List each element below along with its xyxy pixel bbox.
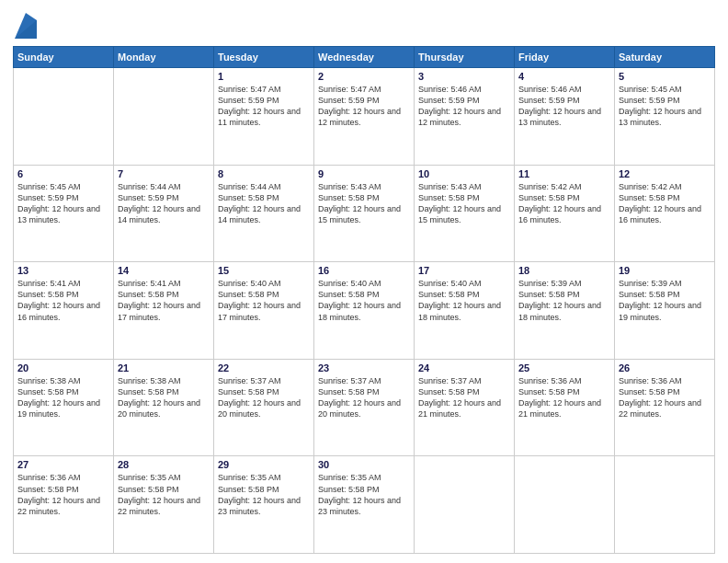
day-cell: 20Sunrise: 5:38 AM Sunset: 5:58 PM Dayli… xyxy=(14,359,114,456)
day-info: Sunrise: 5:35 AM Sunset: 5:58 PM Dayligh… xyxy=(218,472,310,517)
day-cell: 1Sunrise: 5:47 AM Sunset: 5:59 PM Daylig… xyxy=(214,68,314,166)
day-number: 14 xyxy=(118,265,210,276)
header-cell-saturday: Saturday xyxy=(615,47,715,68)
calendar-header: SundayMondayTuesdayWednesdayThursdayFrid… xyxy=(14,47,715,68)
calendar-table: SundayMondayTuesdayWednesdayThursdayFrid… xyxy=(13,46,715,554)
day-number: 10 xyxy=(418,168,510,179)
day-number: 2 xyxy=(318,71,410,82)
day-info: Sunrise: 5:46 AM Sunset: 5:59 PM Dayligh… xyxy=(518,84,610,129)
day-cell xyxy=(14,68,114,166)
header xyxy=(13,9,715,39)
week-row-5: 27Sunrise: 5:36 AM Sunset: 5:58 PM Dayli… xyxy=(14,456,715,554)
logo-icon xyxy=(15,13,37,39)
day-cell: 26Sunrise: 5:36 AM Sunset: 5:58 PM Dayli… xyxy=(615,359,715,456)
day-cell xyxy=(415,456,515,554)
day-number: 12 xyxy=(619,168,711,179)
day-info: Sunrise: 5:45 AM Sunset: 5:59 PM Dayligh… xyxy=(17,181,109,226)
day-cell: 14Sunrise: 5:41 AM Sunset: 5:58 PM Dayli… xyxy=(114,262,214,360)
week-row-2: 6Sunrise: 5:45 AM Sunset: 5:59 PM Daylig… xyxy=(14,165,715,262)
day-number: 17 xyxy=(418,265,510,276)
week-row-1: 1Sunrise: 5:47 AM Sunset: 5:59 PM Daylig… xyxy=(14,68,715,166)
day-cell xyxy=(615,456,715,554)
day-info: Sunrise: 5:38 AM Sunset: 5:58 PM Dayligh… xyxy=(17,375,109,420)
day-cell: 25Sunrise: 5:36 AM Sunset: 5:58 PM Dayli… xyxy=(515,359,615,456)
day-cell: 3Sunrise: 5:46 AM Sunset: 5:59 PM Daylig… xyxy=(415,68,515,166)
day-info: Sunrise: 5:37 AM Sunset: 5:58 PM Dayligh… xyxy=(318,375,410,420)
day-cell: 22Sunrise: 5:37 AM Sunset: 5:58 PM Dayli… xyxy=(214,359,314,456)
day-number: 30 xyxy=(318,459,410,470)
day-number: 7 xyxy=(118,168,210,179)
day-info: Sunrise: 5:38 AM Sunset: 5:58 PM Dayligh… xyxy=(118,375,210,420)
header-cell-thursday: Thursday xyxy=(415,47,515,68)
day-info: Sunrise: 5:39 AM Sunset: 5:58 PM Dayligh… xyxy=(619,278,711,323)
calendar-body: 1Sunrise: 5:47 AM Sunset: 5:59 PM Daylig… xyxy=(14,68,715,554)
header-cell-wednesday: Wednesday xyxy=(314,47,415,68)
day-info: Sunrise: 5:42 AM Sunset: 5:58 PM Dayligh… xyxy=(518,181,610,226)
day-info: Sunrise: 5:36 AM Sunset: 5:58 PM Dayligh… xyxy=(518,375,610,420)
day-number: 3 xyxy=(418,71,510,82)
day-info: Sunrise: 5:44 AM Sunset: 5:58 PM Dayligh… xyxy=(218,181,310,226)
week-row-4: 20Sunrise: 5:38 AM Sunset: 5:58 PM Dayli… xyxy=(14,359,715,456)
day-number: 26 xyxy=(619,362,711,373)
day-cell: 6Sunrise: 5:45 AM Sunset: 5:59 PM Daylig… xyxy=(14,165,114,262)
logo xyxy=(13,13,37,39)
day-info: Sunrise: 5:40 AM Sunset: 5:58 PM Dayligh… xyxy=(418,278,510,323)
day-cell: 11Sunrise: 5:42 AM Sunset: 5:58 PM Dayli… xyxy=(515,165,615,262)
day-info: Sunrise: 5:41 AM Sunset: 5:58 PM Dayligh… xyxy=(17,278,109,323)
day-cell: 24Sunrise: 5:37 AM Sunset: 5:58 PM Dayli… xyxy=(415,359,515,456)
day-number: 22 xyxy=(218,362,310,373)
day-number: 16 xyxy=(318,265,410,276)
day-number: 15 xyxy=(218,265,310,276)
day-cell: 27Sunrise: 5:36 AM Sunset: 5:58 PM Dayli… xyxy=(14,456,114,554)
day-info: Sunrise: 5:36 AM Sunset: 5:58 PM Dayligh… xyxy=(619,375,711,420)
day-info: Sunrise: 5:39 AM Sunset: 5:58 PM Dayligh… xyxy=(518,278,610,323)
day-number: 19 xyxy=(619,265,711,276)
day-number: 27 xyxy=(17,459,109,470)
day-info: Sunrise: 5:47 AM Sunset: 5:59 PM Dayligh… xyxy=(318,84,410,129)
day-number: 18 xyxy=(518,265,610,276)
day-cell xyxy=(114,68,214,166)
day-cell: 29Sunrise: 5:35 AM Sunset: 5:58 PM Dayli… xyxy=(214,456,314,554)
day-number: 5 xyxy=(619,71,711,82)
day-cell: 15Sunrise: 5:40 AM Sunset: 5:58 PM Dayli… xyxy=(214,262,314,360)
day-number: 24 xyxy=(418,362,510,373)
day-cell: 12Sunrise: 5:42 AM Sunset: 5:58 PM Dayli… xyxy=(615,165,715,262)
day-info: Sunrise: 5:35 AM Sunset: 5:58 PM Dayligh… xyxy=(318,472,410,517)
header-cell-monday: Monday xyxy=(114,47,214,68)
day-number: 29 xyxy=(218,459,310,470)
header-cell-friday: Friday xyxy=(515,47,615,68)
day-cell: 8Sunrise: 5:44 AM Sunset: 5:58 PM Daylig… xyxy=(214,165,314,262)
day-cell: 5Sunrise: 5:45 AM Sunset: 5:59 PM Daylig… xyxy=(615,68,715,166)
day-info: Sunrise: 5:35 AM Sunset: 5:58 PM Dayligh… xyxy=(118,472,210,517)
day-info: Sunrise: 5:46 AM Sunset: 5:59 PM Dayligh… xyxy=(418,84,510,129)
day-number: 11 xyxy=(518,168,610,179)
day-number: 8 xyxy=(218,168,310,179)
day-number: 1 xyxy=(218,71,310,82)
day-cell: 19Sunrise: 5:39 AM Sunset: 5:58 PM Dayli… xyxy=(615,262,715,360)
day-info: Sunrise: 5:42 AM Sunset: 5:58 PM Dayligh… xyxy=(619,181,711,226)
day-cell: 9Sunrise: 5:43 AM Sunset: 5:58 PM Daylig… xyxy=(314,165,415,262)
day-cell: 17Sunrise: 5:40 AM Sunset: 5:58 PM Dayli… xyxy=(415,262,515,360)
day-number: 13 xyxy=(17,265,109,276)
day-number: 21 xyxy=(118,362,210,373)
day-info: Sunrise: 5:36 AM Sunset: 5:58 PM Dayligh… xyxy=(17,472,109,517)
day-cell: 21Sunrise: 5:38 AM Sunset: 5:58 PM Dayli… xyxy=(114,359,214,456)
day-cell: 7Sunrise: 5:44 AM Sunset: 5:59 PM Daylig… xyxy=(114,165,214,262)
week-row-3: 13Sunrise: 5:41 AM Sunset: 5:58 PM Dayli… xyxy=(14,262,715,360)
day-info: Sunrise: 5:43 AM Sunset: 5:58 PM Dayligh… xyxy=(418,181,510,226)
day-cell: 28Sunrise: 5:35 AM Sunset: 5:58 PM Dayli… xyxy=(114,456,214,554)
day-info: Sunrise: 5:44 AM Sunset: 5:59 PM Dayligh… xyxy=(118,181,210,226)
day-cell: 23Sunrise: 5:37 AM Sunset: 5:58 PM Dayli… xyxy=(314,359,415,456)
day-cell: 2Sunrise: 5:47 AM Sunset: 5:59 PM Daylig… xyxy=(314,68,415,166)
day-info: Sunrise: 5:37 AM Sunset: 5:58 PM Dayligh… xyxy=(418,375,510,420)
header-cell-tuesday: Tuesday xyxy=(214,47,314,68)
day-info: Sunrise: 5:47 AM Sunset: 5:59 PM Dayligh… xyxy=(218,84,310,129)
day-cell: 16Sunrise: 5:40 AM Sunset: 5:58 PM Dayli… xyxy=(314,262,415,360)
day-info: Sunrise: 5:45 AM Sunset: 5:59 PM Dayligh… xyxy=(619,84,711,129)
day-cell: 30Sunrise: 5:35 AM Sunset: 5:58 PM Dayli… xyxy=(314,456,415,554)
day-info: Sunrise: 5:40 AM Sunset: 5:58 PM Dayligh… xyxy=(318,278,410,323)
day-cell: 18Sunrise: 5:39 AM Sunset: 5:58 PM Dayli… xyxy=(515,262,615,360)
day-info: Sunrise: 5:41 AM Sunset: 5:58 PM Dayligh… xyxy=(118,278,210,323)
day-info: Sunrise: 5:43 AM Sunset: 5:58 PM Dayligh… xyxy=(318,181,410,226)
day-cell: 10Sunrise: 5:43 AM Sunset: 5:58 PM Dayli… xyxy=(415,165,515,262)
